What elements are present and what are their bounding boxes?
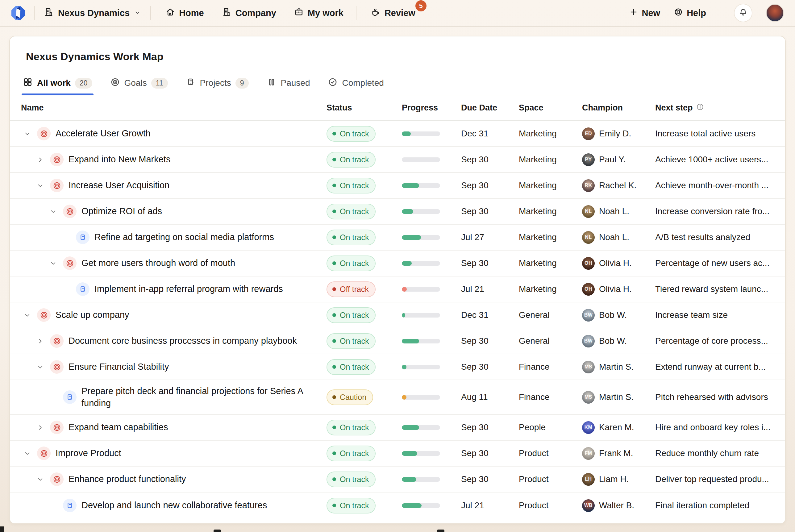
column-header-space[interactable]: Space	[519, 103, 582, 113]
row-status-cell: On track	[326, 359, 402, 375]
chevron-spacer	[47, 499, 59, 512]
row-space: People	[519, 422, 582, 432]
status-badge[interactable]: On track	[326, 152, 376, 168]
tab-completed[interactable]: Completed	[328, 71, 384, 95]
table-row[interactable]: Get more users through word of mouthOn t…	[10, 251, 785, 277]
progress-bar	[402, 261, 440, 266]
status-badge[interactable]: On track	[326, 255, 376, 271]
table-row[interactable]: Implement in-app referral program with r…	[10, 277, 785, 302]
chevron-down-icon[interactable]	[34, 361, 46, 373]
nav-item-home[interactable]: Home	[166, 7, 204, 19]
workspace-switcher[interactable]: Nexus Dynamics	[44, 7, 141, 19]
tab-paused[interactable]: Paused	[267, 71, 310, 95]
tab-projects[interactable]: Projects9	[186, 71, 249, 95]
table-row[interactable]: Optimize ROI of adsOn trackSep 30Marketi…	[10, 199, 785, 225]
status-badge[interactable]: On track	[326, 333, 376, 349]
row-next-step: Pitch rehearsed with advisors	[655, 392, 785, 402]
column-header-next-step[interactable]: Next step	[655, 103, 785, 113]
row-progress-cell	[402, 131, 461, 136]
status-dot-icon	[333, 235, 336, 239]
table-row[interactable]: Expand team capabilitiesOn trackSep 30Pe…	[10, 415, 785, 441]
status-badge[interactable]: Caution	[326, 390, 373, 405]
status-badge[interactable]: On track	[326, 230, 376, 245]
nav-divider	[150, 6, 151, 20]
user-avatar[interactable]	[766, 4, 784, 22]
row-space: Marketing	[519, 258, 582, 268]
status-badge[interactable]: On track	[326, 445, 376, 461]
notifications-button[interactable]	[734, 4, 752, 22]
table-row[interactable]: Scale up companyOn trackDec 31GeneralBWB…	[10, 302, 785, 328]
table-row[interactable]: Increase User AcquisitionOn trackSep 30M…	[10, 173, 785, 199]
status-badge[interactable]: On track	[326, 126, 376, 141]
chevron-right-icon[interactable]	[34, 335, 46, 347]
chevron-down-icon[interactable]	[34, 179, 46, 192]
table-row[interactable]: Ensure Financial StabilityOn trackSep 30…	[10, 354, 785, 380]
table-row[interactable]: Refine ad targeting on social media plat…	[10, 225, 785, 251]
nav-item-review[interactable]: Review 5	[371, 7, 415, 19]
status-label: On track	[340, 207, 369, 216]
progress-fill	[402, 395, 406, 400]
table-row[interactable]: Accelerate User GrowthOn trackDec 31Mark…	[10, 121, 785, 147]
row-status-cell: Caution	[326, 390, 402, 405]
status-dot-icon	[333, 365, 336, 369]
status-badge[interactable]: On track	[326, 420, 376, 435]
row-status-cell: On track	[326, 420, 402, 435]
column-header-status[interactable]: Status	[326, 103, 402, 113]
status-badge[interactable]: On track	[326, 359, 376, 375]
nav-item-my-work[interactable]: My work	[294, 7, 343, 19]
info-icon[interactable]	[696, 103, 704, 113]
progress-fill	[402, 261, 412, 266]
table-row[interactable]: Prepare pitch deck and financial project…	[10, 380, 785, 415]
row-name: Expand into New Markets	[69, 153, 170, 165]
table-row[interactable]: Improve ProductOn trackSep 30ProductFMFr…	[10, 441, 785, 467]
status-badge[interactable]: On track	[326, 498, 376, 513]
avatar: MS	[582, 361, 595, 374]
app-logo[interactable]	[11, 5, 26, 21]
avatar: WB	[582, 499, 595, 512]
tab-all-work[interactable]: All work20	[23, 71, 92, 95]
column-header-champion[interactable]: Champion	[582, 103, 655, 113]
chevron-down-icon[interactable]	[34, 473, 46, 486]
status-badge[interactable]: On track	[326, 307, 376, 323]
column-header-due-date[interactable]: Due Date	[461, 103, 519, 113]
row-progress-cell	[402, 287, 461, 291]
nav-item-company[interactable]: Company	[222, 7, 276, 19]
row-due-date: Jul 21	[461, 500, 519, 510]
chevron-down-icon[interactable]	[47, 257, 59, 269]
row-status-cell: On track	[326, 230, 402, 245]
tab-count-badge: 20	[75, 78, 92, 89]
chevron-down-icon[interactable]	[21, 309, 33, 321]
status-label: On track	[340, 181, 369, 190]
table-row[interactable]: Enhance product functionalityOn trackSep…	[10, 467, 785, 493]
column-header-name[interactable]: Name	[10, 103, 326, 113]
status-badge[interactable]: On track	[326, 178, 376, 193]
avatar: NL	[582, 205, 595, 218]
table-row[interactable]: Document core business processes in comp…	[10, 328, 785, 354]
table-row[interactable]: Expand into New MarketsOn trackSep 30Mar…	[10, 147, 785, 173]
status-badge[interactable]: On track	[326, 204, 376, 220]
row-champion-cell: MSMartin S.	[582, 361, 655, 374]
row-next-step: Achieve month-over-month ...	[655, 180, 785, 190]
chevron-right-icon[interactable]	[34, 421, 46, 434]
champion-name: Martin S.	[599, 392, 633, 402]
nav-item-label: Home	[179, 8, 204, 18]
champion-name: Noah L.	[599, 206, 629, 216]
tab-label: Goals	[125, 78, 147, 88]
status-badge[interactable]: Off track	[326, 281, 376, 297]
tab-goals[interactable]: Goals11	[110, 71, 168, 95]
help-button[interactable]: Help	[674, 7, 706, 19]
status-badge[interactable]: On track	[326, 472, 376, 487]
chevron-down-icon[interactable]	[21, 447, 33, 459]
row-next-step: Reduce monthly churn rate	[655, 449, 785, 458]
new-button[interactable]: New	[629, 7, 660, 19]
chevron-down-icon[interactable]	[47, 205, 59, 217]
chevron-down-icon[interactable]	[21, 128, 33, 140]
row-space: Marketing	[519, 129, 582, 138]
row-progress-cell	[402, 477, 461, 482]
work-map-card: Nexus Dynamics Work Map All work20Goals1…	[9, 36, 786, 524]
chevron-right-icon[interactable]	[34, 153, 46, 166]
champion-name: Bob W.	[599, 336, 627, 346]
table-row[interactable]: Develop and launch new collaborative fea…	[10, 493, 785, 518]
row-space: General	[519, 336, 582, 346]
column-header-progress[interactable]: Progress	[402, 103, 461, 113]
